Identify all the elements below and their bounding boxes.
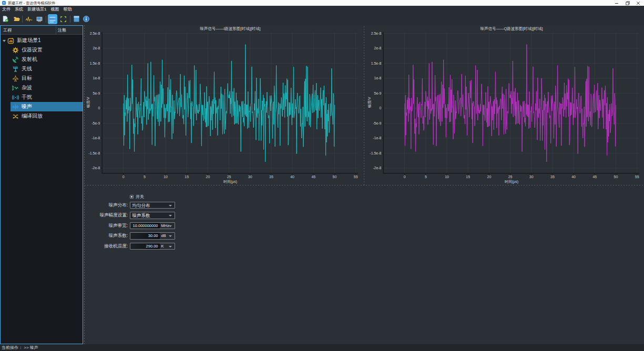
menu-help[interactable]: 帮助 xyxy=(61,6,74,13)
x-tick-label: 55 xyxy=(354,175,358,179)
tree-item-发射机[interactable]: 发射机 xyxy=(1,55,83,64)
x-tick-label: 5 xyxy=(144,175,146,179)
info-icon xyxy=(83,16,89,22)
minimize-button[interactable] xyxy=(611,0,622,6)
tree-expander-icon[interactable] xyxy=(3,40,6,42)
chart-splitter[interactable] xyxy=(364,26,364,185)
menu-scene[interactable]: 新建场景1 xyxy=(25,6,48,13)
scene-list-icon xyxy=(49,16,56,23)
spin-unit: K xyxy=(160,243,175,250)
spin-4[interactable]: 290.00K xyxy=(130,243,175,250)
chart-form-splitter[interactable] xyxy=(85,185,644,185)
y-tick-label: 0 xyxy=(98,106,100,110)
spin-value[interactable]: 10.000000000 xyxy=(130,223,160,229)
toolbar-separator xyxy=(22,16,23,23)
menu-view[interactable]: 视图 xyxy=(48,6,61,13)
spin-3[interactable]: 30.00dB xyxy=(130,232,175,240)
spin-value[interactable]: 290.00 xyxy=(130,243,160,250)
y-tick-label: 1.5e-8 xyxy=(90,61,100,65)
open-project-button[interactable] xyxy=(13,13,20,25)
info-button[interactable] xyxy=(83,13,89,25)
waveform-button[interactable] xyxy=(25,13,33,25)
y-tick-label: -1e-8 xyxy=(373,136,381,140)
x-tick-label: 45 xyxy=(592,175,597,179)
y-axis-label: 幅度/V xyxy=(367,97,372,108)
x-tick-label: 35 xyxy=(269,175,273,179)
column-divider[interactable] xyxy=(56,26,56,35)
clutter-icon xyxy=(12,85,19,91)
x-tick-label: 15 xyxy=(466,175,470,179)
tree-item-label: 噪声 xyxy=(22,102,32,111)
spin-unit: MHz xyxy=(160,223,175,229)
tree-item-干扰[interactable]: 干扰 xyxy=(1,92,83,102)
chevron-down-icon xyxy=(169,225,172,227)
y-tick-label: 2.5e-8 xyxy=(371,32,382,35)
tree-item-label: 发射机 xyxy=(22,55,37,64)
form-label-0: 噪声分布: xyxy=(70,202,128,209)
project-tree-panel: 工程 注释 新建场景1仪器设置发射机天线目标杂波干扰噪声编译回放 xyxy=(0,25,83,344)
y-tick-label: 0 xyxy=(380,106,382,110)
y-tick-label: -1e-8 xyxy=(91,136,100,140)
tree-item-杂波[interactable]: 杂波 xyxy=(1,83,83,92)
combo-value: 均匀分布 xyxy=(132,202,150,209)
project-tree: 新建场景1仪器设置发射机天线目标杂波干扰噪声编译回放 xyxy=(1,36,83,121)
chart-i-panel: 2.5e-82e-81.5e-81e-85e-90-5e-9-1e-8-1.5e… xyxy=(84,25,364,185)
x-tick-label: 50 xyxy=(614,175,618,179)
form-label-4: 接收机温度: xyxy=(70,243,128,250)
maximize-restore-button[interactable] xyxy=(622,0,633,6)
y-tick-label: -5e-9 xyxy=(373,121,381,125)
tree-item-新建场景1[interactable]: 新建场景1 xyxy=(1,36,83,45)
switch-row: 开关 xyxy=(130,194,144,200)
tree-header: 工程 注释 xyxy=(1,26,83,35)
close-button[interactable] xyxy=(633,0,643,6)
y-axis-label: 幅度/V xyxy=(86,97,90,108)
antenna-icon xyxy=(12,66,19,73)
tree-item-编译回放[interactable]: 编译回放 xyxy=(1,111,83,121)
menu-system[interactable]: 系统 xyxy=(13,6,25,13)
x-tick-label: 0 xyxy=(404,175,406,179)
notebook-button[interactable] xyxy=(73,13,79,25)
chevron-down-icon xyxy=(169,246,172,247)
tree-item-噪声[interactable]: 噪声 xyxy=(1,102,83,111)
combo-value: 噪声系数 xyxy=(132,212,150,219)
x-tick-label: 30 xyxy=(529,175,534,179)
tool-bar xyxy=(0,13,644,25)
device-capture-button[interactable] xyxy=(36,13,43,25)
expand-view-icon xyxy=(60,16,67,23)
tree-item-天线[interactable]: 天线 xyxy=(1,64,83,74)
combo-0[interactable]: 均匀分布 xyxy=(130,202,175,209)
tree-item-目标[interactable]: 目标 xyxy=(1,74,83,83)
scene-list-button[interactable] xyxy=(48,14,57,24)
minimize-icon xyxy=(615,1,619,5)
x-tick-label: 0 xyxy=(122,175,125,179)
x-tick-label: 35 xyxy=(550,175,555,179)
menu-file[interactable]: 文件 xyxy=(0,6,13,13)
tree-item-label: 杂波 xyxy=(22,83,32,92)
spin-value[interactable]: 30.00 xyxy=(130,233,160,239)
noise-icon xyxy=(12,104,19,110)
y-tick-label: -1.5e-8 xyxy=(370,151,381,155)
chart-svg-I: 2.5e-82e-81.5e-81e-85e-90-5e-9-1e-8-1.5e… xyxy=(84,25,364,185)
x-axis-label: 时间(μs) xyxy=(505,180,518,184)
tree-item-仪器设置[interactable]: 仪器设置 xyxy=(1,45,83,55)
x-tick-label: 5 xyxy=(425,175,427,179)
x-tick-label: 20 xyxy=(487,175,492,179)
waveform-icon xyxy=(25,16,33,22)
x-tick-label: 10 xyxy=(163,175,168,179)
combo-1[interactable]: 噪声系数 xyxy=(130,212,175,219)
new-project-button[interactable] xyxy=(2,13,9,25)
x-tick-label: 25 xyxy=(508,175,513,179)
y-tick-label: 2e-8 xyxy=(374,46,381,50)
tree-item-label: 干扰 xyxy=(22,92,32,102)
x-tick-label: 15 xyxy=(185,175,189,179)
switch-checkbox[interactable] xyxy=(130,195,134,199)
device-capture-icon xyxy=(36,16,43,22)
app-icon xyxy=(2,1,6,5)
x-tick-label: 20 xyxy=(206,175,210,179)
expand-view-button[interactable] xyxy=(59,13,67,25)
chart-q-panel: 2.5e-82e-81.5e-81e-85e-90-5e-9-1e-8-1.5e… xyxy=(364,25,643,185)
spin-2[interactable]: 10.000000000MHz xyxy=(130,222,175,230)
toolbar-separator xyxy=(46,16,46,23)
compile-replay-icon xyxy=(12,113,19,120)
window-title: 新建工程 - 雷达信号模拟软件 xyxy=(8,0,55,6)
